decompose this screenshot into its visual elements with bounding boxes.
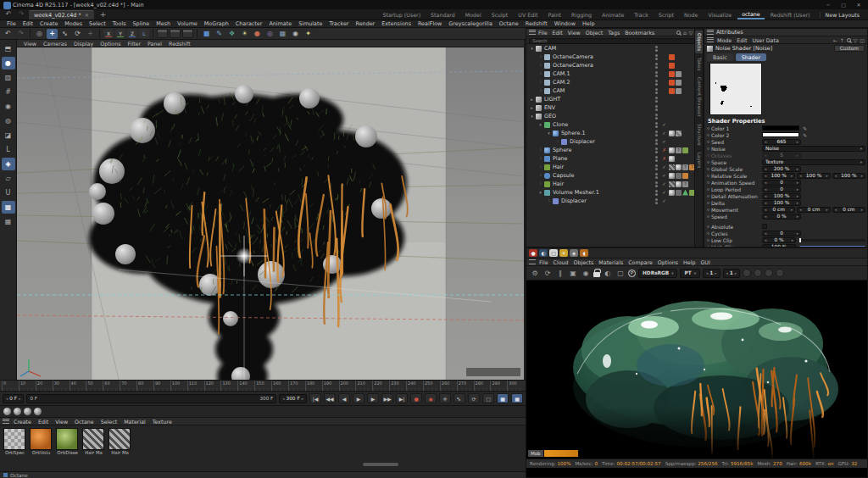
seed-stepper[interactable]: ◂665▸ <box>762 139 801 145</box>
live-viewer-menu-item[interactable]: GUI <box>698 259 712 265</box>
record-button[interactable]: ● <box>410 393 422 403</box>
menu-item[interactable]: Modes <box>61 20 86 27</box>
side-tab[interactable]: Takes <box>695 55 703 73</box>
phong-tag[interactable] <box>676 164 682 170</box>
anim-dot[interactable] <box>707 168 709 170</box>
hamburger-icon[interactable] <box>707 37 714 42</box>
back-icon[interactable]: ← <box>833 37 837 43</box>
q-tag[interactable] <box>682 181 688 187</box>
animation-speed-stepper[interactable]: ◂0▸ <box>762 180 801 186</box>
q-tag[interactable] <box>676 147 682 153</box>
detail-attenuation-stepper[interactable]: ◂100 %▸ <box>762 193 801 199</box>
snap-icon[interactable]: ◈ <box>2 158 15 170</box>
visibility-dots[interactable] <box>655 97 658 103</box>
snap-toggle-button[interactable]: ▦ <box>497 393 509 403</box>
visibility-dots[interactable] <box>655 190 658 196</box>
goto-start-button[interactable]: |◀ <box>309 393 321 403</box>
close-tab-icon[interactable]: ✕ <box>85 12 89 18</box>
menu-item[interactable]: Help <box>579 20 598 27</box>
display-mode-dropdown[interactable]: HDRsRGB▾ <box>638 269 677 278</box>
visibility-dots[interactable] <box>655 147 658 153</box>
anim-dot[interactable] <box>707 195 709 197</box>
keyframe-position-button[interactable]: ✛ <box>439 393 451 403</box>
live-viewer-menu-item[interactable]: Compare <box>626 259 655 265</box>
expand-icon[interactable] <box>546 131 552 136</box>
menu-item[interactable]: Tracker <box>326 20 352 27</box>
live-viewer-menu-item[interactable]: Options <box>655 259 681 265</box>
menu-item[interactable]: Spline <box>130 20 153 27</box>
material-thumbnail[interactable] <box>30 428 52 450</box>
floor-grid-icon[interactable]: ▦ <box>277 29 288 39</box>
enable-state-icon[interactable] <box>661 181 667 186</box>
layout-tab[interactable]: Animate <box>598 11 628 19</box>
enable-state-icon[interactable] <box>661 190 667 195</box>
octane-material-icon[interactable]: ◖ <box>580 249 588 257</box>
live-viewer-menu-item[interactable]: Materials <box>596 259 626 265</box>
global-scale-stepper[interactable]: ◂200 %▸ <box>762 166 801 172</box>
menu-item[interactable]: Select <box>86 20 109 27</box>
kernel-dropdown[interactable]: PT▾ <box>680 269 699 278</box>
rotate-tool-icon[interactable]: ⟳ <box>72 29 83 39</box>
menu-item[interactable]: Redshift <box>522 20 551 27</box>
render-settings-icon[interactable] <box>182 29 193 38</box>
phong-tag[interactable] <box>676 181 682 187</box>
filter-icon[interactable]: ▽ <box>689 30 693 36</box>
menu-item[interactable]: Tools <box>109 20 130 27</box>
object-row[interactable]: Sphere <box>526 146 703 154</box>
expand-icon[interactable] <box>537 80 543 85</box>
layout-tab[interactable]: Track <box>630 11 652 19</box>
object-row[interactable]: Clone <box>526 120 703 129</box>
cube-tag[interactable] <box>676 190 682 196</box>
visibility-dots[interactable] <box>655 122 658 128</box>
object-row[interactable]: ENV <box>526 103 703 112</box>
material-item[interactable]: OrtiSpec <box>3 428 26 455</box>
material-item[interactable]: Hair Ma <box>108 428 131 455</box>
menu-item[interactable]: Simulate <box>295 20 326 27</box>
expand-icon[interactable] <box>537 88 543 93</box>
movement-x[interactable]: ◂0 cm▸ <box>762 207 795 213</box>
pass-stepper[interactable]: ◂1▸ <box>703 269 721 278</box>
menu-item[interactable]: Render <box>353 20 379 27</box>
lock-icon[interactable]: ◫ <box>860 37 865 43</box>
expand-icon[interactable] <box>537 54 543 59</box>
preview-sphere-icon[interactable] <box>34 408 42 415</box>
material-menu-item[interactable]: Create <box>10 419 35 425</box>
photo-tag[interactable] <box>676 71 682 77</box>
material-thumbnail[interactable] <box>108 428 131 450</box>
anim-dot[interactable] <box>707 141 709 143</box>
pick-material-icon[interactable]: P <box>628 270 636 277</box>
attributes-menu-item[interactable]: User Data <box>749 37 781 43</box>
scale-tool-icon[interactable]: ↔ <box>59 29 70 39</box>
anim-dot[interactable] <box>707 232 709 235</box>
preview-sphere-icon[interactable] <box>3 408 11 415</box>
material-menu-item[interactable]: View <box>52 419 71 425</box>
minimize-button[interactable]: ─ <box>822 2 834 8</box>
points-mode-icon[interactable]: ◉ <box>2 100 15 113</box>
subsample-icon[interactable]: ▢ <box>615 268 626 278</box>
camera-lock-icon[interactable] <box>754 269 762 277</box>
object-row[interactable]: Displacer <box>526 197 703 205</box>
octane-tag[interactable] <box>669 54 675 60</box>
anim-dot[interactable] <box>707 181 709 184</box>
eyedropper-icon[interactable]: ✎ <box>803 132 807 138</box>
object-manager-menu-item[interactable]: File <box>536 30 550 36</box>
menu-item[interactable]: Volume <box>174 20 201 27</box>
keyframe-rotation-button[interactable]: ⟳ <box>468 393 480 403</box>
viewport-menu-item[interactable]: Panel <box>144 41 165 47</box>
layout-tab[interactable]: octane <box>737 10 765 19</box>
speed-stepper[interactable]: ◂0 %▸ <box>762 214 801 220</box>
layout-tab[interactable]: UV Edit <box>514 11 542 19</box>
photo-tag[interactable] <box>676 80 682 86</box>
enable-state-icon[interactable] <box>661 173 667 178</box>
visibility-dots[interactable] <box>655 46 658 52</box>
visibility-dots[interactable] <box>655 198 658 204</box>
next-key-button[interactable]: ▶▶ <box>381 393 393 403</box>
settings-gear-icon[interactable]: ⚙ <box>530 268 540 278</box>
object-manager-menu-item[interactable]: Tags <box>605 30 622 36</box>
menu-item[interactable]: File <box>3 20 19 27</box>
eyedropper-icon[interactable]: ✎ <box>803 125 807 131</box>
side-tab[interactable]: Content Browser <box>695 75 703 119</box>
relative-scale-y[interactable]: ◂100 %▸ <box>797 173 830 179</box>
enable-state-icon[interactable] <box>661 156 667 161</box>
texture-mode-icon[interactable]: ▨ <box>2 71 15 84</box>
